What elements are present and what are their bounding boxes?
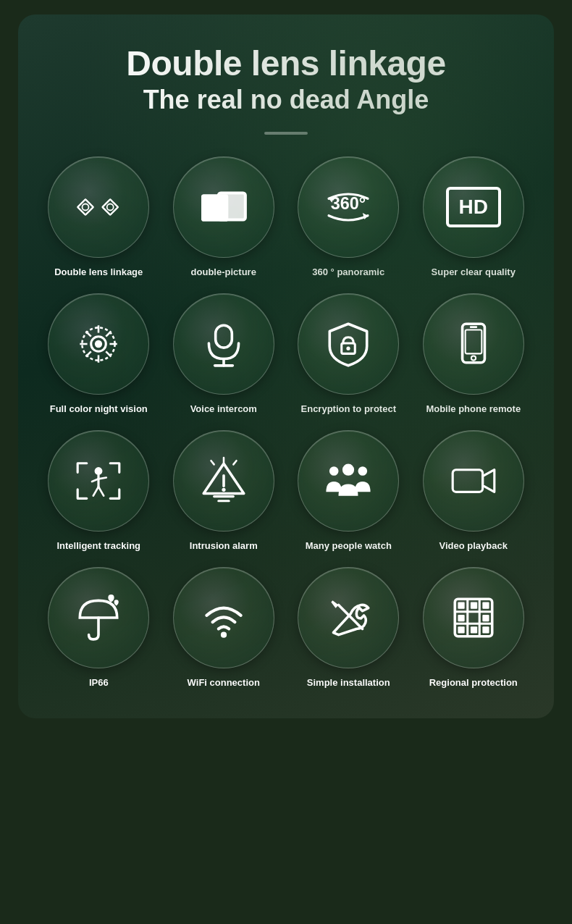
svg-point-41 — [358, 466, 368, 476]
feature-ip66: IP66 — [40, 567, 158, 689]
people-icon — [322, 455, 374, 507]
product-card: Double lens linkage The real no dead Ang… — [18, 14, 554, 718]
double-lens-icon-circle — [48, 156, 149, 258]
waterproof-icon-circle — [48, 567, 149, 668]
hd-icon-circle: HD — [423, 156, 524, 258]
svg-rect-58 — [482, 626, 489, 633]
ip66-label: IP66 — [89, 677, 109, 689]
svg-point-11 — [95, 340, 102, 348]
encryption-label: Encryption to protect — [301, 403, 396, 416]
multi-watch-label: Many people watch — [306, 540, 392, 553]
panoramic-icon-circle: 360° — [298, 156, 399, 258]
voice-intercom-label: Voice intercom — [190, 403, 257, 416]
feature-playback: Video playback — [415, 430, 533, 553]
svg-point-25 — [347, 346, 350, 350]
feature-tracking: Intelligent tracking — [40, 430, 158, 553]
waterproof-icon — [72, 592, 125, 644]
feature-voice-intercom: Voice intercom — [165, 293, 283, 416]
installation-label: Simple installation — [307, 677, 390, 689]
alarm-label: Intrusion alarm — [190, 540, 258, 553]
phone-icon-circle — [423, 293, 524, 395]
panoramic-label: 360 ° panoramic — [312, 266, 384, 279]
double-picture-icon-circle — [173, 156, 274, 258]
svg-point-40 — [342, 463, 354, 475]
svg-rect-42 — [453, 469, 482, 492]
svg-rect-51 — [458, 602, 464, 608]
grid-icon-circle — [423, 567, 524, 668]
svg-point-39 — [329, 466, 339, 476]
microphone-icon — [198, 318, 250, 370]
feature-double-lens: Double lens linkage — [40, 156, 158, 279]
svg-line-36 — [233, 461, 236, 464]
wifi-label: WiFi connection — [188, 677, 260, 689]
night-vision-icon-circle — [48, 293, 149, 395]
features-grid: Double lens linkage double-picture — [40, 156, 532, 689]
title-section: Double lens linkage The real no dead Ang… — [40, 43, 532, 117]
svg-rect-54 — [458, 615, 464, 621]
tracking-icon-circle — [48, 430, 149, 532]
svg-marker-43 — [482, 469, 494, 492]
svg-rect-55 — [482, 615, 489, 621]
feature-regional: Regional protection — [415, 567, 533, 689]
tracking-icon — [72, 455, 125, 507]
title-sub: The real no dead Angle — [40, 83, 532, 117]
mobile-remote-label: Mobile phone remote — [426, 403, 521, 416]
alarm-icon-circle — [173, 430, 274, 532]
divider — [264, 132, 308, 135]
people-icon-circle — [298, 430, 399, 532]
feature-mobile-remote: Mobile phone remote — [415, 293, 533, 416]
title-main: Double lens linkage — [40, 43, 532, 83]
hd-label: Super clear quality — [432, 266, 516, 279]
feature-double-picture: double-picture — [165, 156, 283, 279]
alarm-icon — [198, 455, 250, 507]
svg-point-33 — [222, 488, 225, 492]
svg-rect-57 — [471, 626, 477, 633]
microphone-icon-circle — [173, 293, 274, 395]
feature-night-vision: Full color night vision — [40, 293, 158, 416]
feature-multi-watch: Many people watch — [290, 430, 408, 553]
svg-point-30 — [95, 467, 103, 475]
regional-label: Regional protection — [429, 677, 518, 689]
panoramic-icon: 360° — [322, 181, 374, 233]
svg-rect-27 — [465, 329, 481, 353]
tools-icon — [322, 592, 374, 644]
double-picture-label: double-picture — [191, 266, 256, 279]
svg-rect-6 — [219, 193, 245, 219]
wifi-icon — [198, 592, 250, 644]
night-vision-label: Full color night vision — [50, 403, 148, 416]
video-icon-circle — [423, 430, 524, 532]
night-vision-icon — [72, 318, 125, 370]
feature-alarm: Intrusion alarm — [165, 430, 283, 553]
svg-rect-53 — [482, 602, 489, 608]
wifi-icon-circle — [173, 567, 274, 668]
hd-icon: HD — [446, 187, 501, 227]
svg-point-0 — [83, 203, 89, 210]
double-picture-icon — [198, 181, 250, 233]
svg-rect-21 — [215, 325, 232, 348]
svg-rect-52 — [471, 602, 477, 608]
svg-point-28 — [471, 356, 476, 360]
shield-icon — [322, 318, 374, 370]
svg-point-44 — [221, 631, 227, 637]
tools-icon-circle — [298, 567, 399, 668]
shield-icon-circle — [298, 293, 399, 395]
svg-rect-56 — [458, 626, 464, 633]
svg-point-1 — [107, 203, 114, 210]
feature-wifi: WiFi connection — [165, 567, 283, 689]
feature-encryption: Encryption to protect — [290, 293, 408, 416]
feature-installation: Simple installation — [290, 567, 408, 689]
grid-icon — [447, 592, 500, 644]
double-lens-icon — [72, 181, 125, 233]
tracking-label: Intelligent tracking — [56, 540, 140, 553]
svg-rect-29 — [470, 326, 477, 328]
double-lens-label: Double lens linkage — [54, 266, 143, 279]
video-icon — [447, 455, 500, 507]
feature-panoramic: 360° 360 ° panoramic — [290, 156, 408, 279]
svg-line-35 — [211, 461, 214, 464]
phone-icon — [447, 318, 500, 370]
feature-hd: HD Super clear quality — [415, 156, 533, 279]
playback-label: Video playback — [439, 540, 508, 553]
